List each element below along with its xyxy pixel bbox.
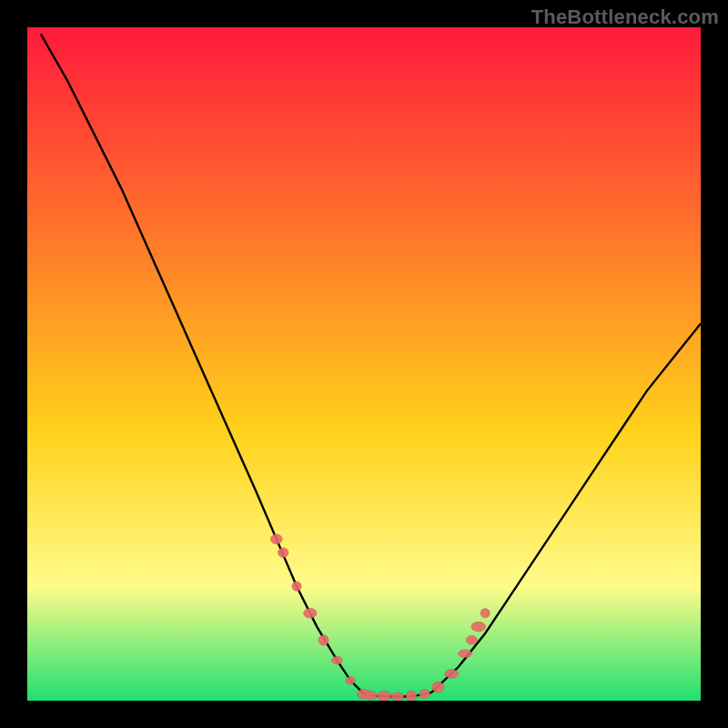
marker-point	[377, 691, 391, 701]
marker-point	[445, 670, 459, 679]
marker-point	[278, 548, 288, 557]
marker-point	[318, 635, 329, 645]
marker-point	[420, 690, 430, 699]
watermark-text: TheBottleneck.com	[531, 5, 719, 29]
marker-point	[432, 682, 444, 693]
marker-point	[391, 693, 403, 701]
marker-point	[292, 581, 301, 591]
marker-point	[304, 609, 317, 619]
gradient-background	[27, 27, 701, 701]
marker-point	[459, 650, 472, 658]
marker-point	[480, 609, 490, 618]
marker-point	[332, 656, 343, 664]
chart-frame: TheBottleneck.com	[0, 0, 728, 728]
marker-point	[346, 677, 356, 684]
marker-point	[471, 622, 486, 632]
plot-area	[27, 27, 701, 701]
marker-point	[271, 534, 283, 544]
marker-point	[365, 692, 377, 700]
chart-svg	[27, 27, 701, 701]
marker-point	[466, 636, 477, 645]
marker-point	[406, 691, 416, 701]
